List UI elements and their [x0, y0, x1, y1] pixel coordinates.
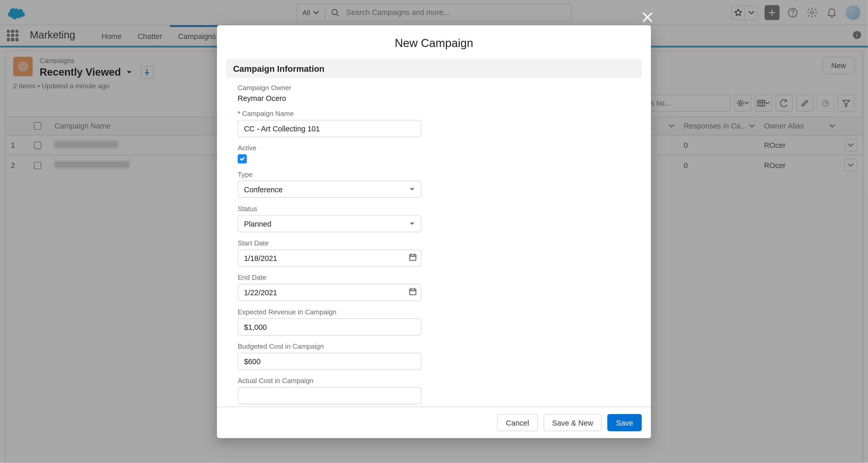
new-campaign-modal: New Campaign Campaign Information Campai…	[217, 25, 651, 438]
start-date-input[interactable]	[238, 250, 421, 267]
close-icon	[641, 10, 654, 24]
campaign-owner-value: Reymar Ocero	[238, 94, 421, 102]
chevron-down-icon	[409, 221, 415, 226]
actual-cost-input[interactable]	[238, 387, 421, 404]
field-campaign-name: *Campaign Name	[238, 109, 421, 137]
save-and-new-button[interactable]: Save & New	[544, 414, 602, 431]
field-status: Status Planned	[238, 205, 421, 232]
modal-section-header: Campaign Information	[226, 59, 642, 78]
campaign-name-input[interactable]	[238, 120, 421, 137]
field-active: Active	[238, 144, 421, 164]
field-end-date: End Date	[238, 273, 421, 301]
svg-rect-12	[409, 289, 416, 295]
calendar-icon[interactable]	[409, 288, 417, 297]
cancel-button[interactable]: Cancel	[497, 414, 538, 431]
field-start-date: Start Date	[238, 239, 421, 267]
field-expected-revenue: Expected Revenue in Campaign	[238, 308, 421, 335]
budgeted-cost-input[interactable]	[238, 353, 421, 370]
field-type: Type Conference	[238, 170, 421, 198]
modal-overlay: New Campaign Campaign Information Campai…	[0, 0, 868, 463]
expected-revenue-input[interactable]	[238, 318, 421, 335]
active-checkbox[interactable]	[238, 154, 247, 164]
type-select[interactable]: Conference	[238, 181, 421, 198]
field-budgeted-cost: Budgeted Cost in Campaign	[238, 342, 421, 370]
check-icon	[240, 156, 245, 162]
status-select[interactable]: Planned	[238, 215, 421, 232]
end-date-input[interactable]	[238, 284, 421, 301]
field-actual-cost: Actual Cost in Campaign	[238, 377, 421, 404]
modal-close-button[interactable]	[640, 9, 655, 25]
calendar-icon[interactable]	[409, 253, 417, 263]
save-button[interactable]: Save	[608, 414, 642, 431]
chevron-down-icon	[409, 186, 415, 192]
modal-title: New Campaign	[217, 25, 651, 59]
field-campaign-owner: Campaign Owner Reymar Ocero	[238, 84, 421, 102]
svg-rect-11	[409, 255, 416, 260]
